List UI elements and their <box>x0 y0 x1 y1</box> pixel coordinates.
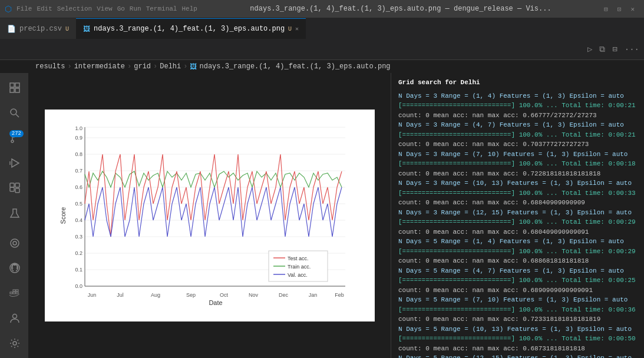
minimize-icon[interactable]: ⊟ <box>604 5 608 13</box>
y-axis-label: Score <box>60 207 67 224</box>
terminal-header: Grid search for Delhi <box>398 78 637 88</box>
breadcrumb-sep4: › <box>183 62 187 71</box>
svg-text:Nov: Nov <box>248 292 258 298</box>
chart-container: Score 0.0 0.1 0.2 0.3 0.4 0.5 0.6 0.7 0.… <box>45 110 375 321</box>
svg-text:Aug: Aug <box>150 292 160 298</box>
activity-run[interactable] <box>2 153 26 174</box>
breadcrumb-results[interactable]: results <box>35 62 65 71</box>
terminal-line: [============================] 100.0% ..… <box>398 217 637 227</box>
terminal-line: count: 0 mean acc: nan max acc: 0.688409… <box>398 198 637 208</box>
svg-marker-10 <box>12 159 19 167</box>
toolbar-actions: ▷ ⧉ ⊟ ··· <box>587 44 639 54</box>
svg-rect-3 <box>15 88 19 92</box>
activity-bookmark[interactable] <box>2 233 26 253</box>
svg-rect-12 <box>10 187 14 191</box>
terminal-line: [============================] 100.0% ..… <box>398 334 637 344</box>
terminal-line: [============================] 100.0% ..… <box>398 159 637 169</box>
activity-source-control[interactable]: 272 <box>2 128 26 148</box>
svg-rect-2 <box>10 88 14 92</box>
breadcrumb-intermediate[interactable]: intermediate <box>74 62 125 71</box>
chart-svg: Score 0.0 0.1 0.2 0.3 0.4 0.5 0.6 0.7 0.… <box>57 121 363 310</box>
terminal-line: N Days = 3 Range = (7, 10) Features = (1… <box>398 150 637 160</box>
svg-text:0.8: 0.8 <box>75 151 82 157</box>
menu-terminal[interactable]: Terminal <box>146 5 177 12</box>
more-icon[interactable]: ··· <box>625 45 639 54</box>
terminal-line: [============================] 100.0% ..… <box>398 247 637 257</box>
breadcrumb-delhi[interactable]: Delhi <box>160 62 181 71</box>
svg-text:Date: Date <box>209 299 222 306</box>
terminal-line: N Days = 5 Range = (4, 7) Features = (1,… <box>398 266 637 276</box>
activity-test[interactable] <box>2 203 26 224</box>
layout-icon[interactable]: ⊟ <box>612 44 617 54</box>
menu-edit[interactable]: Edit <box>37 5 52 12</box>
svg-text:Test acc.: Test acc. <box>288 256 309 261</box>
title-bar: ⬡ File Edit Selection View Go Run Termin… <box>0 0 644 18</box>
train-line <box>85 171 342 187</box>
tab-csv[interactable]: 📄 precip.csv U <box>0 18 76 39</box>
tab-png-modified: U <box>288 26 292 32</box>
title-bar-title: ndays.3_range.(1, 4)_feat.(1, 3)_eps.aut… <box>197 5 604 13</box>
source-control-badge: 272 <box>9 130 24 137</box>
maximize-icon[interactable]: ⊡ <box>617 5 622 13</box>
tab-bar: 📄 precip.csv U 🖼 ndays.3_range.(1, 4)_fe… <box>0 18 644 39</box>
terminal-line: count: 0 mean acc: nan max acc: 0.680409… <box>398 227 637 237</box>
terminal-lines: N Days = 3 Range = (1, 4) Features = (1,… <box>398 91 637 359</box>
svg-point-4 <box>11 109 16 115</box>
activity-extensions[interactable] <box>2 178 26 198</box>
breadcrumb-grid[interactable]: grid <box>134 62 151 71</box>
terminal-line: N Days = 5 Range = (12, 15) Features = (… <box>398 353 637 358</box>
svg-rect-0 <box>10 83 14 87</box>
menu-selection[interactable]: Selection <box>57 5 92 12</box>
activity-search[interactable] <box>2 103 26 124</box>
svg-text:Sep: Sep <box>186 292 195 298</box>
terminal-line: count: 0 mean acc: nan max acc: 0.687318… <box>398 344 637 354</box>
vscode-icon: ⬡ <box>5 4 12 14</box>
terminal-line: N Days = 5 Range = (1, 4) Features = (1,… <box>398 237 637 247</box>
tab-csv-modified: U <box>65 26 69 32</box>
menu-file[interactable]: File <box>16 5 32 12</box>
menu-go[interactable]: Go <box>117 5 125 12</box>
menu-run[interactable]: Run <box>130 5 141 12</box>
menu-help[interactable]: Help <box>181 5 197 12</box>
toolbar: ▷ ⧉ ⊟ ··· <box>0 39 644 60</box>
svg-text:Dec: Dec <box>278 292 288 298</box>
svg-text:0.5: 0.5 <box>75 201 82 207</box>
breadcrumb-sep2: › <box>127 62 131 71</box>
svg-line-5 <box>16 114 19 117</box>
svg-text:Jan: Jan <box>308 292 317 298</box>
tab-csv-label: precip.csv <box>19 25 62 33</box>
activity-docker[interactable] <box>2 283 26 303</box>
terminal-line: N Days = 3 Range = (4, 7) Features = (1,… <box>398 120 637 130</box>
svg-point-25 <box>13 342 16 345</box>
png-icon: 🖼 <box>83 25 90 34</box>
breadcrumb: results › intermediate › grid › Delhi › … <box>0 60 644 73</box>
csv-icon: 📄 <box>7 25 16 34</box>
terminal-line: [============================] 100.0% ..… <box>398 188 637 198</box>
svg-text:Jun: Jun <box>87 292 96 298</box>
terminal-line: count: 0 mean acc: nan max acc: 0.688681… <box>398 256 637 266</box>
activity-explorer[interactable] <box>2 78 26 98</box>
breadcrumb-current: ndays.3_range.(1, 4)_feat.(1, 3)_eps.aut… <box>199 62 390 71</box>
svg-point-17 <box>13 241 16 245</box>
activity-account[interactable] <box>2 308 26 329</box>
menu-view[interactable]: View <box>97 5 112 12</box>
tab-png-close[interactable]: ✕ <box>295 25 299 32</box>
close-icon[interactable]: ✕ <box>630 5 635 13</box>
terminal-line: count: 0 mean acc: nan max acc: 0.723318… <box>398 314 637 324</box>
title-bar-left: ⬡ File Edit Selection View Go Run Termin… <box>5 4 197 14</box>
svg-text:Jul: Jul <box>117 292 124 298</box>
activity-settings[interactable] <box>2 333 26 353</box>
svg-rect-21 <box>13 290 15 291</box>
run-icon[interactable]: ▷ <box>587 44 592 54</box>
terminal-line: count: 0 mean acc: nan max acc: 0.689090… <box>398 286 637 296</box>
svg-text:Train acc.: Train acc. <box>288 264 311 270</box>
chart-area: Score 0.0 0.1 0.2 0.3 0.4 0.5 0.6 0.7 0.… <box>28 73 391 358</box>
svg-text:Feb: Feb <box>335 292 344 298</box>
tab-png-label: ndays.3_range.(1, 4)_feat.(1, 3)_eps.aut… <box>94 25 285 33</box>
activity-github[interactable] <box>2 258 26 279</box>
svg-text:0.7: 0.7 <box>75 168 82 174</box>
svg-rect-22 <box>16 292 18 294</box>
split-icon[interactable]: ⧉ <box>599 45 605 54</box>
svg-text:0.2: 0.2 <box>75 250 82 256</box>
tab-png[interactable]: 🖼 ndays.3_range.(1, 4)_feat.(1, 3)_eps.a… <box>76 18 306 39</box>
